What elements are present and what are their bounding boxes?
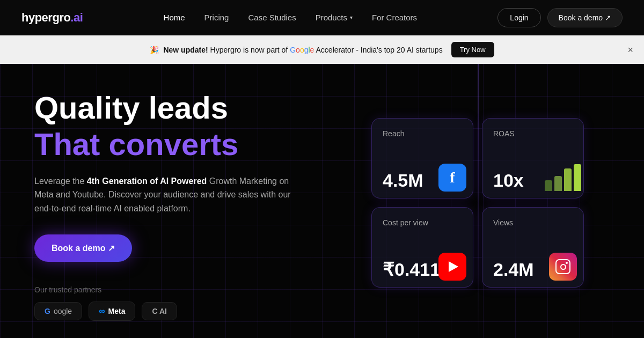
partner-google: G oogle [34, 302, 82, 320]
nav-home[interactable]: Home [164, 13, 185, 22]
logo-text: hypergro [21, 11, 70, 24]
nav-links: Home Pricing Case Studies Products ▾ For… [164, 13, 417, 23]
stat-card-roas: ROAS 10x [482, 118, 584, 199]
google-logo-text: Google [290, 46, 316, 54]
cpv-label: Cost per view [383, 218, 462, 227]
roas-label: ROAS [493, 129, 573, 138]
logo[interactable]: hypergro.ai [21, 11, 83, 25]
stat-card-cpv: Cost per view ₹0.411 [371, 207, 473, 288]
book-demo-button[interactable]: Book a demo ↗ [34, 234, 132, 262]
announcement-text: New update! Hypergro is now part of Goog… [163, 46, 442, 54]
instagram-icon [549, 253, 577, 281]
hero-right: Reach 4.5M f ROAS 10x Co [311, 64, 644, 338]
navbar: hypergro.ai Home Pricing Case Studies Pr… [0, 0, 644, 35]
meta-icon: ∞ [99, 306, 105, 316]
trusted-logos: G oogle ∞ Meta C AI [34, 302, 311, 321]
nav-case-studies[interactable]: Case Studies [248, 13, 296, 22]
stat-card-reach: Reach 4.5M f [371, 118, 473, 199]
announcement-bar: 🎉 New update! Hypergro is now part of Go… [0, 35, 644, 64]
book-demo-nav-button[interactable]: Book a demo ↗ [547, 8, 623, 27]
youtube-play-icon [449, 261, 458, 272]
login-button[interactable]: Login [497, 8, 540, 27]
try-now-button[interactable]: Try Now [451, 42, 494, 57]
partner-c-ai: C AI [142, 302, 177, 320]
hero-description: Leverage the 4th Generation of AI Powere… [34, 174, 303, 216]
nav-buttons: Login Book a demo ↗ [497, 8, 623, 27]
chevron-down-icon: ▾ [350, 14, 353, 20]
hero-section: Quality leads That converts Leverage the… [0, 64, 644, 338]
facebook-icon: f [438, 164, 466, 192]
bar-2 [554, 176, 562, 191]
stat-card-views: Views 2.4M [482, 207, 584, 288]
stats-grid: Reach 4.5M f ROAS 10x Co [361, 107, 595, 298]
hero-title-line2: That converts [34, 127, 311, 161]
bar-4 [574, 164, 581, 191]
youtube-icon [438, 253, 466, 281]
hero-left: Quality leads That converts Leverage the… [0, 64, 311, 338]
bar-3 [564, 168, 572, 191]
nav-for-creators[interactable]: For Creators [372, 13, 417, 22]
logo-accent: .ai [70, 11, 83, 24]
nav-products[interactable]: Products ▾ [316, 13, 353, 22]
partner-meta: ∞ Meta [89, 302, 135, 321]
bar-chart-icon [549, 164, 577, 192]
trusted-partners-section: Our trusted partners G oogle ∞ Meta C AI [34, 285, 311, 321]
trusted-label: Our trusted partners [34, 285, 311, 294]
google-g-icon: G [45, 307, 50, 315]
views-label: Views [493, 218, 573, 227]
announcement-close-button[interactable]: × [627, 44, 633, 55]
announcement-emoji: 🎉 [150, 46, 159, 54]
bar-1 [545, 180, 552, 191]
hero-title-line1: Quality leads [34, 91, 311, 125]
reach-label: Reach [383, 129, 462, 138]
nav-pricing[interactable]: Pricing [204, 13, 229, 22]
